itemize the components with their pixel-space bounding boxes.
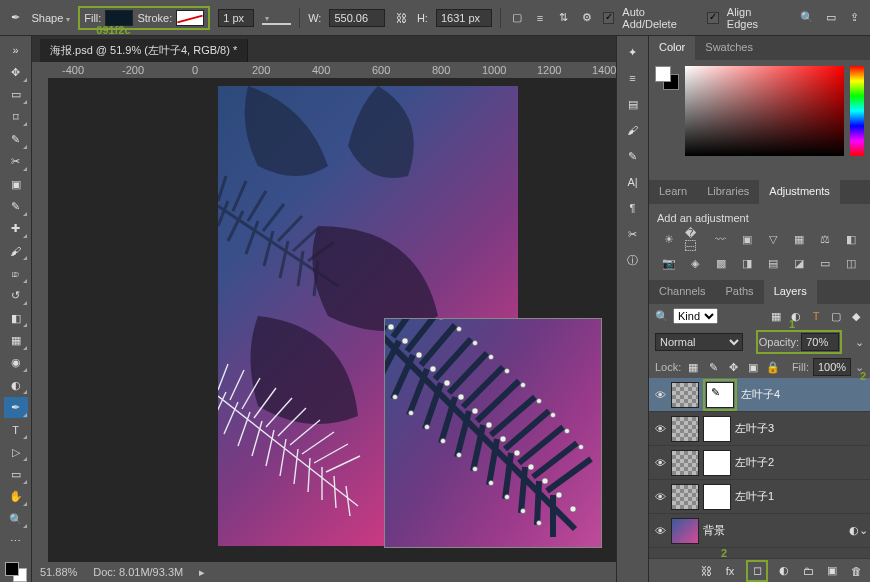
gradmap-icon[interactable]: ▭ xyxy=(815,254,835,272)
edit-toolbar[interactable]: ⋯ xyxy=(4,531,28,551)
foreground-background-swatch[interactable] xyxy=(5,562,27,582)
healing-tool[interactable]: ✚ xyxy=(4,219,28,239)
lock-pixels-icon[interactable]: ✎ xyxy=(705,359,721,375)
align-icon[interactable]: ≡ xyxy=(532,10,547,26)
visibility-toggle[interactable]: 👁 xyxy=(653,389,667,401)
gear-icon[interactable]: ⚙ xyxy=(579,10,594,26)
tab-color[interactable]: Color xyxy=(649,36,695,60)
posterize-icon[interactable]: ▤ xyxy=(763,254,783,272)
layer-name[interactable]: 左叶子2 xyxy=(735,455,866,470)
smart-filter-expand-icon[interactable]: ◐⌄ xyxy=(850,523,866,539)
brightness-icon[interactable]: ☀ xyxy=(659,230,679,248)
new-group-icon[interactable]: 🗀 xyxy=(800,563,816,579)
stroke-width-input[interactable] xyxy=(218,9,254,27)
eraser-tool[interactable]: ◧ xyxy=(4,308,28,328)
layer-list[interactable]: 👁 ✎ 左叶子4 👁 左叶子3 👁 xyxy=(649,378,870,558)
lock-artboard-icon[interactable]: ▣ xyxy=(745,359,761,375)
crop-tool[interactable]: ✂ xyxy=(4,152,28,172)
lock-position-icon[interactable]: ✥ xyxy=(725,359,741,375)
new-layer-icon[interactable]: ▣ xyxy=(824,563,840,579)
tool-preset-icon[interactable]: ✒ xyxy=(8,10,23,26)
filter-pixel-icon[interactable]: ▦ xyxy=(768,308,784,324)
history-brush-tool[interactable]: ↺ xyxy=(4,286,28,306)
width-input[interactable] xyxy=(329,9,385,27)
add-mask-icon[interactable]: ◻ xyxy=(749,563,765,579)
properties-panel-icon[interactable]: ▤ xyxy=(625,96,641,112)
search-icon[interactable]: 🔍 xyxy=(800,10,815,26)
layer-row[interactable]: 👁 左叶子2 xyxy=(649,446,870,480)
layer-thumb[interactable] xyxy=(671,450,699,476)
workspace-icon[interactable]: ▭ xyxy=(823,10,838,26)
opacity-input[interactable] xyxy=(801,333,839,351)
colorbal-icon[interactable]: ⚖ xyxy=(815,230,835,248)
layer-row[interactable]: 👁 背景 ◐⌄ xyxy=(649,514,870,548)
visibility-toggle[interactable]: 👁 xyxy=(653,491,667,503)
curves-icon[interactable]: 〰 xyxy=(711,230,731,248)
blur-tool[interactable]: ◉ xyxy=(4,353,28,373)
lock-transparency-icon[interactable]: ▦ xyxy=(685,359,701,375)
stamp-tool[interactable]: ⎄ xyxy=(4,263,28,283)
dodge-tool[interactable]: ◐ xyxy=(4,375,28,395)
link-layers-icon[interactable]: ⛓ xyxy=(698,563,714,579)
pen-tool[interactable]: ✒ xyxy=(4,397,28,417)
levels-icon[interactable]: �⿱ xyxy=(685,230,705,248)
blend-mode-select[interactable]: Normal xyxy=(655,333,743,351)
frame-tool[interactable]: ▣ xyxy=(4,174,28,194)
brushes-panel-icon[interactable]: 🖌 xyxy=(625,122,641,138)
expand-tools-icon[interactable]: » xyxy=(4,40,28,60)
doc-size-readout[interactable]: Doc: 8.01M/93.3M xyxy=(93,566,183,578)
ruler-vertical[interactable] xyxy=(32,78,48,562)
fill-swatch[interactable] xyxy=(105,10,133,26)
selective-icon[interactable]: ◫ xyxy=(841,254,861,272)
tab-libraries[interactable]: Libraries xyxy=(697,180,759,204)
color-field[interactable] xyxy=(685,66,844,156)
color-fgbg[interactable] xyxy=(655,66,679,90)
layer-filter-kind[interactable]: Kind xyxy=(673,308,718,324)
layer-fill-input[interactable] xyxy=(813,358,851,376)
channel-mixer-icon[interactable]: ◈ xyxy=(685,254,705,272)
type-tool[interactable]: T xyxy=(4,420,28,440)
invert-icon[interactable]: ◨ xyxy=(737,254,757,272)
ruler-horizontal[interactable]: -400-200 0200 400600 8001000 12001400 xyxy=(32,62,616,78)
vibrance-icon[interactable]: ▽ xyxy=(763,230,783,248)
layer-thumb[interactable] xyxy=(671,382,699,408)
layer-fx-icon[interactable]: fx xyxy=(722,563,738,579)
gradient-tool[interactable]: ▦ xyxy=(4,330,28,350)
lock-all-icon[interactable]: 🔒 xyxy=(765,359,781,375)
glyphs-panel-icon[interactable]: ✂ xyxy=(625,226,641,242)
visibility-toggle[interactable]: 👁 xyxy=(653,525,667,537)
tab-adjustments[interactable]: Adjustments xyxy=(759,180,840,204)
zoom-tool[interactable]: 🔍 xyxy=(4,509,28,529)
quick-select-tool[interactable]: ✎ xyxy=(4,129,28,149)
align-edges-check[interactable] xyxy=(707,12,719,24)
filter-shape-icon[interactable]: ▢ xyxy=(828,308,844,324)
layer-mask-thumb[interactable] xyxy=(703,484,731,510)
path-ops-icon[interactable]: ▢ xyxy=(509,10,524,26)
document-tab[interactable]: 海报.psd @ 51.9% (左叶子4, RGB/8) * xyxy=(40,39,248,62)
shape-tool[interactable]: ▭ xyxy=(4,464,28,484)
zoom-readout[interactable]: 51.88% xyxy=(40,566,77,578)
share-icon[interactable]: ⇪ xyxy=(846,10,861,26)
filter-smart-icon[interactable]: ◆ xyxy=(848,308,864,324)
path-select-tool[interactable]: ▷ xyxy=(4,442,28,462)
link-wh-icon[interactable]: ⛓ xyxy=(393,10,408,26)
tab-learn[interactable]: Learn xyxy=(649,180,697,204)
layer-name[interactable]: 背景 xyxy=(703,523,846,538)
height-input[interactable] xyxy=(436,9,492,27)
history-panel-icon[interactable]: ✦ xyxy=(625,44,641,60)
stroke-style-select[interactable] xyxy=(262,11,291,25)
hue-icon[interactable]: ▦ xyxy=(789,230,809,248)
tab-channels[interactable]: Channels xyxy=(649,280,715,304)
info-panel-icon[interactable]: ⓘ xyxy=(625,252,641,268)
shape-mode-select[interactable]: Shape xyxy=(31,12,70,24)
tab-paths[interactable]: Paths xyxy=(715,280,763,304)
layer-thumb[interactable] xyxy=(671,518,699,544)
hand-tool[interactable]: ✋ xyxy=(4,487,28,507)
layer-mask-thumb[interactable] xyxy=(703,450,731,476)
photo-filter-icon[interactable]: 📷 xyxy=(659,254,679,272)
actions-panel-icon[interactable]: ≡ xyxy=(625,70,641,86)
marquee-tool[interactable]: ▭ xyxy=(4,85,28,105)
eyedropper-tool[interactable]: ✎ xyxy=(4,196,28,216)
exposure-icon[interactable]: ▣ xyxy=(737,230,757,248)
brush-settings-icon[interactable]: ✎ xyxy=(625,148,641,164)
